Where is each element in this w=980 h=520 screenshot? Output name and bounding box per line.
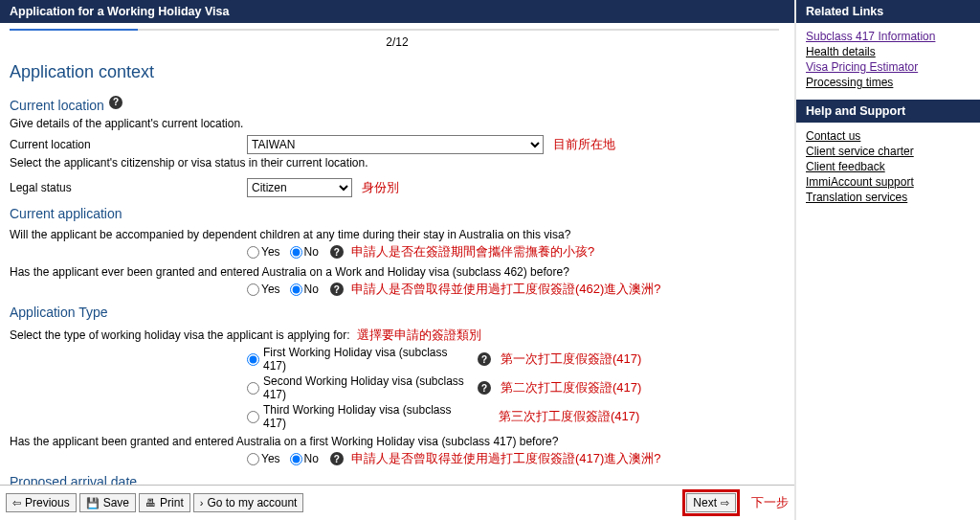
help-icon[interactable]: ? [478,352,491,366]
q1-yes-radio[interactable] [247,246,259,259]
annot-opt3: 第三次打工度假簽證(417) [499,408,639,425]
annot-q2: 申請人是否曾取得並使用過打工度假簽證(462)進入澳洲? [351,281,661,298]
citizenship-help: Select the applicant's citizenship or vi… [10,155,785,173]
annot-lead: 選擇要申請的簽證類別 [357,328,481,342]
sub-current-location: Current location [10,98,104,113]
section-title: Application context [10,62,785,82]
link-client-feedback[interactable]: Client feedback [806,159,970,174]
annot-next: 下一步 [751,494,789,511]
legal-status-select[interactable]: Citizen [247,178,352,197]
annot-legal-status: 身份別 [362,179,399,196]
current-location-desc: Give details of the applicant's current … [10,116,785,134]
save-button[interactable]: 💾Save [79,493,136,512]
link-translation-services[interactable]: Translation services [806,190,970,205]
page-header: Application for a Working Holiday Visa [0,0,794,23]
q-subclass-462: Has the applicant ever been granted and … [10,261,785,280]
q3-no-label: No [304,452,319,465]
chevron-right-icon: › [200,497,204,509]
arrow-left-icon: ⇦ [12,497,21,509]
q3-yes-label: Yes [261,452,280,465]
link-processing-times[interactable]: Processing times [806,75,970,90]
q1-yes-label: Yes [261,245,280,259]
opt1-label: First Working Holiday visa (subclass 417… [263,346,472,373]
progress-bar [10,29,779,31]
link-visa-pricing[interactable]: Visa Pricing Estimator [806,59,970,75]
q-dependent-children: Will the applicant be accompanied by dep… [10,224,785,242]
arrow-right-icon: ⇨ [721,497,729,509]
app-type-lead: Select the type of working holiday visa … [10,323,785,345]
link-contact-us[interactable]: Contact us [806,128,970,144]
link-service-charter[interactable]: Client service charter [806,144,970,159]
radio-first-whv[interactable] [247,353,259,366]
page-indicator: 2/12 [10,34,785,55]
sub-application-type: Application Type [10,305,107,320]
q2-yes-label: Yes [261,283,280,296]
annot-current-location: 目前所在地 [553,136,615,153]
print-button[interactable]: 🖶Print [139,493,190,512]
legal-status-label: Legal status [10,181,247,194]
previous-button[interactable]: ⇦Previous [6,493,77,512]
q1-no-radio[interactable] [290,246,302,259]
radio-third-whv[interactable] [247,411,259,423]
print-icon: 🖶 [145,497,156,509]
next-button[interactable]: Next⇨ [686,493,736,512]
help-icon[interactable]: ? [330,452,344,465]
link-immiaccount-support[interactable]: ImmiAccount support [806,174,970,190]
annot-q1: 申請人是否在簽證期間會攜伴需撫養的小孩? [351,243,594,260]
sub-arrival-date: Proposed arrival date [10,474,137,485]
current-location-label: Current location [10,138,247,151]
help-icon[interactable]: ? [330,283,344,296]
q1-no-label: No [304,245,319,259]
link-subclass-417[interactable]: Subclass 417 Information [806,29,970,44]
footer-toolbar: ⇦Previous 💾Save 🖶Print ›Go to my account… [0,485,794,520]
help-icon[interactable]: ? [109,96,122,109]
link-health-details[interactable]: Health details [806,44,970,59]
annot-opt2: 第二次打工度假簽證(417) [501,379,641,396]
q2-no-label: No [304,283,319,296]
q3-no-radio[interactable] [290,453,302,465]
q3-yes-radio[interactable] [247,453,259,465]
q-subclass-417: Has the applicant been granted and enter… [10,431,785,449]
q2-no-radio[interactable] [290,283,302,296]
current-location-select[interactable]: TAIWAN [247,135,544,154]
save-icon: 💾 [86,497,100,509]
related-links-header: Related Links [796,0,980,23]
help-support-header: Help and Support [796,100,980,123]
radio-second-whv[interactable] [247,382,259,395]
help-icon[interactable]: ? [330,245,344,259]
annot-q3: 申請人是否曾取得並使用過打工度假簽證(417)進入澳洲? [351,450,661,467]
sub-current-application: Current application [10,206,122,221]
help-icon[interactable]: ? [478,381,491,395]
q2-yes-radio[interactable] [247,283,259,296]
opt3-label: Third Working Holiday visa (subclass 417… [263,403,472,430]
opt2-label: Second Working Holiday visa (subclass 41… [263,374,472,401]
go-to-account-button[interactable]: ›Go to my account [193,493,304,512]
annot-opt1: 第一次打工度假簽證(417) [501,350,641,368]
